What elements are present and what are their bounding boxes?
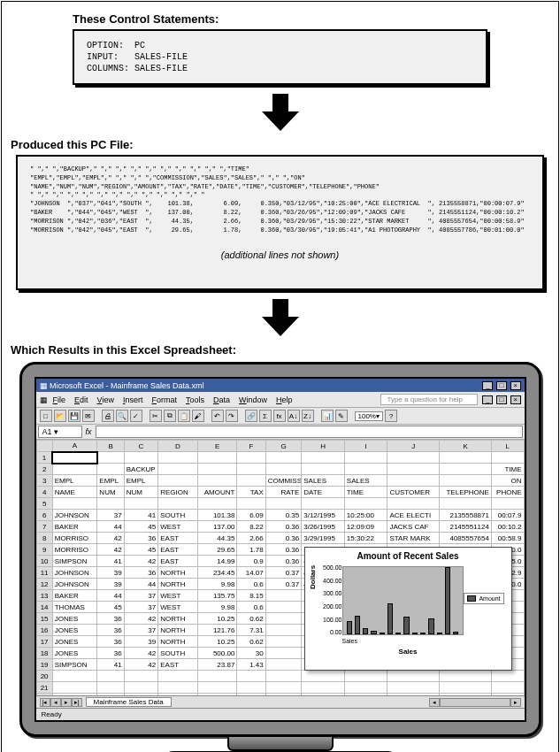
cell[interactable]: 45 <box>124 544 157 556</box>
cell[interactable] <box>302 464 345 475</box>
cell[interactable] <box>440 682 492 694</box>
cell[interactable] <box>440 498 492 510</box>
col-header-J[interactable]: J <box>387 441 440 452</box>
row-header[interactable]: 22 <box>36 694 52 696</box>
doc-minimize-button[interactable]: _ <box>482 395 493 404</box>
embedded-chart[interactable]: Amount of Recent Sales Dollars 500.00400… <box>304 547 512 671</box>
cell[interactable] <box>302 682 345 694</box>
cell[interactable] <box>52 694 97 696</box>
cell[interactable]: JONES <box>52 648 97 659</box>
cell[interactable] <box>158 475 198 487</box>
cell[interactable] <box>387 694 440 696</box>
cell[interactable] <box>440 671 492 682</box>
undo-icon[interactable]: ↶ <box>211 410 224 422</box>
cell[interactable] <box>491 694 524 696</box>
cell[interactable]: MORRISO <box>52 544 97 556</box>
row-header[interactable]: 12 <box>36 579 52 590</box>
cell[interactable] <box>265 648 302 659</box>
save-icon[interactable]: 💾 <box>68 410 81 422</box>
cell[interactable]: 44.35 <box>197 533 237 544</box>
close-button[interactable]: × <box>510 381 521 390</box>
col-header-K[interactable]: K <box>440 441 492 452</box>
cell[interactable]: SIMPSON <box>52 659 97 671</box>
cell[interactable]: 41 <box>97 556 124 567</box>
cell[interactable]: MORRISO <box>52 533 97 544</box>
cell[interactable] <box>265 682 302 694</box>
col-header-D[interactable]: D <box>158 441 198 452</box>
cell[interactable]: 36 <box>97 613 124 625</box>
col-header-G[interactable]: G <box>265 441 302 452</box>
cell[interactable] <box>302 671 345 682</box>
cell[interactable]: 00:58.9 <box>491 533 524 544</box>
cell[interactable]: BACKUP <box>124 464 157 475</box>
cell[interactable]: 00:07.9 <box>491 510 524 521</box>
menu-edit[interactable]: Edit <box>74 395 88 404</box>
cell[interactable]: 121.76 <box>197 625 237 636</box>
cell[interactable] <box>387 682 440 694</box>
cell[interactable] <box>124 694 157 696</box>
cell[interactable] <box>440 452 492 464</box>
cell[interactable]: 36 <box>124 567 157 579</box>
row-header[interactable]: 4 <box>36 487 52 498</box>
cell[interactable] <box>265 659 302 671</box>
cell[interactable]: 37 <box>124 590 157 602</box>
help-icon[interactable]: ? <box>385 410 397 422</box>
cell[interactable]: 4085557654 <box>440 533 492 544</box>
tab-nav-prev-icon[interactable]: ◂ <box>50 698 61 707</box>
cell[interactable] <box>387 452 440 464</box>
cell[interactable]: 0.6 <box>237 602 265 613</box>
cell[interactable]: 500.00 <box>197 648 237 659</box>
cell[interactable]: DATE <box>302 487 345 498</box>
col-header-C[interactable]: C <box>124 441 157 452</box>
cut-icon[interactable]: ✂ <box>150 410 162 422</box>
cell[interactable]: EAST <box>158 659 198 671</box>
cell[interactable]: NORTH <box>158 567 198 579</box>
cell[interactable]: 0.36 <box>265 556 302 567</box>
cell[interactable]: THOMAS <box>52 602 97 613</box>
cell[interactable] <box>237 452 265 464</box>
cell[interactable]: 0.36 <box>265 544 302 556</box>
format-painter-icon[interactable]: 🖌 <box>192 410 204 422</box>
cell[interactable]: NORTH <box>158 613 198 625</box>
hscroll-left-icon[interactable]: ◂ <box>429 698 440 707</box>
cell[interactable] <box>302 452 345 464</box>
cell[interactable] <box>491 498 524 510</box>
mail-icon[interactable]: ✉ <box>82 410 95 422</box>
cell[interactable]: ON <box>491 475 524 487</box>
new-icon[interactable]: □ <box>40 410 52 422</box>
row-header[interactable]: 8 <box>36 533 52 544</box>
cell[interactable] <box>265 625 302 636</box>
cell[interactable]: 42 <box>124 648 157 659</box>
cell[interactable] <box>265 590 302 602</box>
cell[interactable] <box>265 452 302 464</box>
row-header[interactable]: 15 <box>36 613 52 625</box>
cell[interactable] <box>344 682 387 694</box>
cell[interactable] <box>52 498 97 510</box>
fx-label[interactable]: fx <box>86 427 92 436</box>
cell[interactable] <box>52 452 97 464</box>
cell[interactable] <box>265 613 302 625</box>
sort-asc-icon[interactable]: A↓ <box>288 410 300 422</box>
cell[interactable]: TELEPHONE <box>440 487 492 498</box>
cell[interactable]: 9.98 <box>197 602 237 613</box>
cell[interactable]: PHONE <box>491 487 524 498</box>
cell[interactable]: 29.65 <box>197 544 237 556</box>
cell[interactable]: 23.87 <box>197 659 237 671</box>
row-header[interactable]: 13 <box>36 590 52 602</box>
col-header-B[interactable]: B <box>97 441 124 452</box>
cell[interactable]: 00:10.2 <box>491 521 524 533</box>
cell[interactable]: 101.38 <box>197 510 237 521</box>
cell[interactable]: NAME <box>52 487 97 498</box>
cell[interactable]: EAST <box>158 533 198 544</box>
cell[interactable] <box>97 682 124 694</box>
cell[interactable] <box>440 464 492 475</box>
cell[interactable]: NORTH <box>158 579 198 590</box>
cell[interactable] <box>265 636 302 648</box>
cell[interactable]: 7.31 <box>237 625 265 636</box>
cell[interactable]: 0.9 <box>237 556 265 567</box>
cell[interactable]: BAKER <box>52 521 97 533</box>
cell[interactable]: 135.75 <box>197 590 237 602</box>
cell[interactable] <box>237 671 265 682</box>
menu-format[interactable]: Format <box>151 395 177 404</box>
cell[interactable]: 44 <box>124 579 157 590</box>
